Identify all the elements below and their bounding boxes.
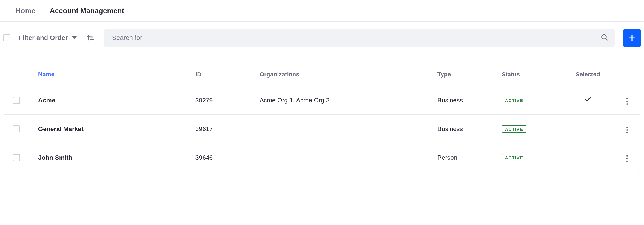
row-checkbox[interactable]: [13, 97, 20, 104]
table-header-row: Name ID Organizations Type Status Select…: [4, 63, 640, 86]
cell-orgs: Acme Org 1, Acme Org 2: [255, 86, 433, 115]
cell-type: Business: [433, 115, 497, 143]
search-input[interactable]: [104, 29, 615, 47]
header-orgs[interactable]: Organizations: [255, 63, 433, 86]
cell-name[interactable]: John Smith: [33, 143, 191, 172]
header-selected[interactable]: Selected: [561, 63, 615, 86]
table-row: John Smith39646PersonACTIVE: [4, 143, 640, 172]
header-status[interactable]: Status: [497, 63, 561, 86]
cell-status: ACTIVE: [497, 86, 561, 115]
cell-selected: [561, 86, 615, 115]
cell-selected: [561, 115, 615, 143]
row-actions-menu[interactable]: [625, 153, 630, 164]
accounts-table: Name ID Organizations Type Status Select…: [4, 63, 640, 172]
cell-status: ACTIVE: [497, 143, 561, 172]
cell-orgs: [255, 143, 433, 172]
cell-type: Person: [433, 143, 497, 172]
search-field: [104, 29, 615, 47]
check-icon: [584, 96, 591, 103]
nav-account-management-link[interactable]: Account Management: [50, 7, 124, 15]
select-all-checkbox[interactable]: [3, 34, 10, 41]
cell-id: 39279: [191, 86, 255, 115]
row-actions-menu[interactable]: [625, 96, 630, 107]
status-badge: ACTIVE: [502, 97, 526, 104]
cell-name[interactable]: Acme: [33, 86, 191, 115]
plus-icon: [628, 33, 637, 42]
header-name[interactable]: Name: [33, 63, 191, 86]
cell-type: Business: [433, 86, 497, 115]
sort-icon: [86, 34, 95, 42]
cell-status: ACTIVE: [497, 115, 561, 143]
filter-order-label: Filter and Order: [19, 34, 68, 42]
nav-home-link[interactable]: Home: [16, 7, 36, 15]
sort-button[interactable]: [85, 33, 96, 43]
header-type[interactable]: Type: [433, 63, 497, 86]
svg-line-4: [606, 38, 607, 40]
cell-id: 39646: [191, 143, 255, 172]
status-badge: ACTIVE: [502, 154, 526, 161]
cell-orgs: [255, 115, 433, 143]
cell-id: 39617: [191, 115, 255, 143]
header-id[interactable]: ID: [191, 63, 255, 86]
add-button[interactable]: [623, 29, 641, 47]
cell-selected: [561, 143, 615, 172]
table-row: General Market39617BusinessACTIVE: [4, 115, 640, 143]
table-row: Acme39279Acme Org 1, Acme Org 2BusinessA…: [4, 86, 640, 115]
cell-name[interactable]: General Market: [33, 115, 191, 143]
row-actions-menu[interactable]: [625, 125, 630, 135]
status-badge: ACTIVE: [502, 125, 526, 133]
search-icon: [600, 33, 608, 43]
caret-down-icon: [72, 36, 77, 39]
breadcrumb: Home Account Management: [0, 0, 644, 22]
filter-order-dropdown[interactable]: Filter and Order: [19, 34, 77, 42]
row-checkbox[interactable]: [13, 125, 20, 132]
toolbar: Filter and Order: [0, 22, 644, 54]
row-checkbox[interactable]: [13, 154, 20, 161]
